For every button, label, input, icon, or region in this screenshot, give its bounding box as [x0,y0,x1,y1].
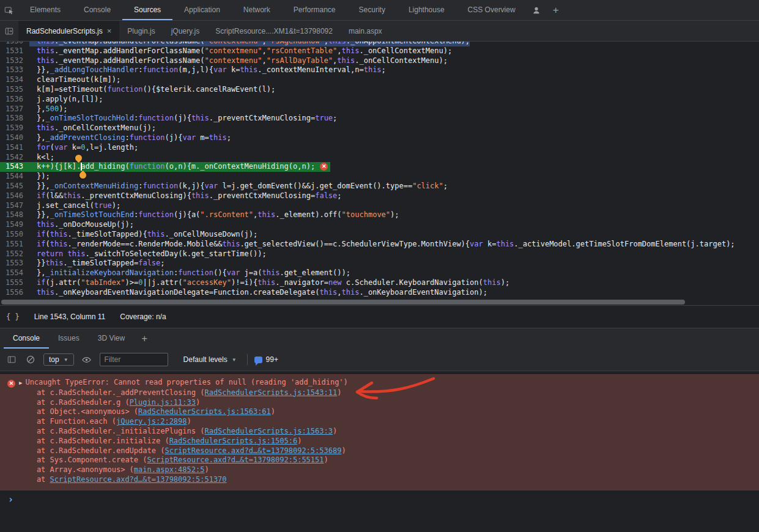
editor-status-bar: { } Line 1543, Column 11 Coverage: n/a [0,305,759,328]
code-line-1555: 1555if(j.attr("tabIndex")>=0||j.attr("ac… [0,278,759,288]
file-tab-jquery-js[interactable]: jQuery.js [163,21,207,41]
code-text: this._onDocMouseUp(j); [29,220,134,230]
console-prompt[interactable]: › [0,490,759,504]
stack-frame: at Array.<anonymous> (main.aspx:4852:5) [0,465,754,475]
context-selector-value: top [49,355,59,364]
line-number[interactable]: 1552 [0,249,29,259]
line-number[interactable]: 1532 [0,56,29,66]
line-number[interactable]: 1547 [0,201,29,211]
code-line-1553: 1553}}this._timeSlotTapped=false; [0,259,759,268]
tab-console[interactable]: Console [72,0,122,20]
stack-link[interactable]: ScriptResource.axd?d…&t=13798092:5:55151 [147,456,324,464]
code-text: this._eventMap.addHandlerForClassName("c… [29,56,448,66]
code-text: k<l; [29,153,54,163]
live-expression-eye-icon[interactable] [81,350,93,370]
stack-frame: at Function.each (jQuery.js:2:2898) [0,417,754,427]
tab-network[interactable]: Network [232,0,282,20]
line-number[interactable]: 1550 [0,230,29,240]
line-number[interactable]: 1542 [0,153,29,163]
tab-sources[interactable]: Sources [122,0,172,20]
drawer-tab-issues[interactable]: Issues [49,328,89,349]
tab-elements[interactable]: Elements [18,0,72,20]
code-line-1542: 1542k<l; [0,153,759,163]
stack-link[interactable]: RadSchedulerScripts.js:1543:11 [204,388,337,397]
code-line-1536: 1536j.apply(n,[l]); [0,95,759,105]
tab-application[interactable]: Application [172,0,232,20]
line-number[interactable]: 1554 [0,268,29,278]
context-selector[interactable]: top ▼ [43,353,74,366]
file-tab-strip: RadSchedulerScripts.js×Plugin.jsjQuery.j… [18,21,390,41]
line-number[interactable]: 1556 [0,288,29,298]
pretty-print-icon[interactable]: { } [6,312,20,321]
stack-frame: at Object.<anonymous> (RadSchedulerScrip… [0,407,754,417]
file-tab-plugin-js[interactable]: Plugin.js [119,21,163,41]
line-number[interactable]: 1533 [0,65,29,75]
line-number[interactable]: 1531 [0,46,29,56]
code-line-1556: 1556this._onKeyboardEventNavigationDeleg… [0,288,759,298]
issues-counter[interactable]: 99+ [254,355,278,364]
code-text: this._onKeyboardEventNavigationDelegate=… [29,288,487,298]
cursor-position: Line 1543, Column 11 [34,312,106,321]
line-number[interactable]: 1540 [0,133,29,143]
expand-triangle-icon[interactable]: ▶ [19,380,22,386]
inspect-icon[interactable] [0,0,18,20]
line-number[interactable]: 1548 [0,210,29,220]
code-line-1534: 1534clearTimeout(k[m]); [0,75,759,85]
tab-css-overview[interactable]: CSS Overview [456,0,527,20]
tab-lighthouse[interactable]: Lighthouse [397,0,456,20]
filter-input[interactable] [100,353,168,366]
line-number[interactable]: 1535 [0,85,29,95]
stack-link[interactable]: RadSchedulerScripts.js:1563:3 [204,427,333,435]
source-editor[interactable]: 1530this._eventMap.addHandlerForClassNam… [0,42,759,305]
levels-dropdown[interactable]: Default levels ▼ [175,355,237,364]
line-number[interactable]: 1553 [0,259,29,268]
user-icon[interactable] [527,0,546,20]
line-number[interactable]: 1551 [0,240,29,249]
stack-link[interactable]: main.aspx:4852:5 [134,465,205,474]
stack-link[interactable]: RadSchedulerScripts.js:1505:6 [169,437,298,445]
file-tab-label: ScriptResource....XM1&t=13798092 [215,27,333,35]
line-number[interactable]: 1546 [0,191,29,201]
file-tab-scriptresource-xm1-t-13798092[interactable]: ScriptResource....XM1&t=13798092 [207,21,341,41]
stack-link[interactable]: ScriptResource.axd?d…&t=13798092:5:53689 [165,446,341,455]
more-panels-icon[interactable]: + [546,0,566,20]
file-tab-main-aspx[interactable]: main.aspx [341,21,390,41]
stack-link[interactable]: RadSchedulerScripts.js:1563:61 [138,407,271,416]
line-number[interactable]: 1534 [0,75,29,85]
line-number[interactable]: 1537 [0,105,29,114]
close-icon[interactable]: × [107,26,112,35]
issues-count: 99+ [266,355,278,364]
stack-link[interactable]: ScriptResource.axd?d…&t=13798092:5:51370 [50,475,227,484]
drawer-tab-console[interactable]: Console [4,328,49,349]
devtools-window: ElementsConsoleSourcesApplicationNetwork… [0,0,759,532]
stack-link[interactable]: Plugin.js:11:33 [130,398,196,407]
line-number[interactable]: 1530 [0,42,29,46]
line-number[interactable]: 1538 [0,114,29,124]
console-sidebar-icon[interactable] [6,350,18,370]
line-number[interactable]: 1541 [0,143,29,153]
drawer-tab-3d-view[interactable]: 3D View [89,328,134,349]
horizontal-scrollbar[interactable] [0,299,759,305]
error-message-text: Uncaught TypeError: Cannot read properti… [25,378,347,386]
file-tab-radschedulerscripts-js[interactable]: RadSchedulerScripts.js× [18,21,119,41]
navigator-toggle-icon[interactable] [0,21,18,41]
line-number[interactable]: 1555 [0,278,29,288]
clear-console-icon[interactable] [24,350,37,370]
stack-link[interactable]: jQuery.js:2:2898 [116,417,187,426]
inline-error-icon[interactable]: ✕ [320,163,328,171]
scrollbar-thumb[interactable] [1,300,685,305]
line-number[interactable]: 1545 [0,182,29,191]
line-number[interactable]: 1544 [0,172,29,182]
tab-performance[interactable]: Performance [282,0,347,20]
drawer-more-tabs-icon[interactable]: + [134,328,155,349]
error-message: ▶Uncaught TypeError: Cannot read propert… [0,378,754,388]
line-number[interactable]: 1539 [0,124,29,133]
code-line-1533: 1533}},_addLongTouchHandler:function(m,j… [0,65,759,75]
console-toolbar: top ▼ Default levels ▼ 99+ [0,349,759,371]
line-number[interactable]: 1549 [0,220,29,230]
chevron-down-icon: ▼ [64,357,68,363]
line-number[interactable]: 1536 [0,95,29,105]
tab-security[interactable]: Security [347,0,397,20]
line-number[interactable]: 1543 [0,162,29,172]
prompt-chevron-icon: › [8,494,13,505]
